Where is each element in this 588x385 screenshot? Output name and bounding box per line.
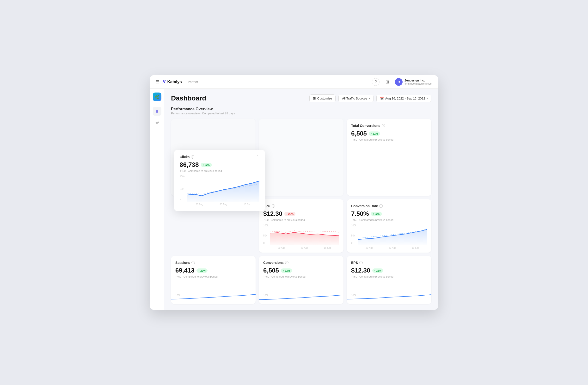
traffic-source-dropdown[interactable]: All Traffic Sources ▾: [338, 95, 374, 102]
conversions-value: 6,505 ↑ 22%: [263, 267, 339, 274]
clicks-metric-value: 86,738 ↑ 22%: [180, 161, 259, 169]
cr-chart: 100k 50k 0: [351, 224, 427, 248]
epc-value: $12.30 ↓ 22%: [263, 210, 339, 217]
card-title-row: Total Conversions i: [351, 124, 385, 128]
customize-label: Customize: [317, 97, 332, 100]
topbar: ☰ K Katalys Partner ? ⊞ R Zendesign Inc.…: [150, 75, 438, 89]
partner-label: Partner: [188, 80, 198, 84]
clicks-x-labels: 20 Aug 30 Aug 16 Sep: [187, 203, 259, 206]
svg-marker-0: [270, 232, 339, 245]
epc-x-label-1: 20 Aug: [278, 247, 285, 249]
epc-x-label-3: 16 Sep: [324, 247, 332, 249]
conversions-info-icon[interactable]: i: [285, 261, 289, 264]
clicks-chart-svg: [187, 175, 259, 202]
sidebar-item-dashboard[interactable]: ⊞: [153, 107, 161, 116]
cr-info-icon[interactable]: i: [379, 204, 383, 208]
conversions-compare: +450 · Compared to previous period: [263, 275, 339, 278]
clicks-x-label-2: 30 Aug: [220, 203, 227, 206]
card-header-epc: EPC i ⋮: [263, 204, 339, 208]
epc-y-top: 100k: [263, 224, 269, 227]
total-conversions-compare: +450 · Compared to previous period: [351, 138, 427, 141]
clicks-badge-arrow-icon: ↑: [203, 163, 204, 166]
logo: K Katalys: [162, 79, 182, 85]
card-menu-icon[interactable]: ⋮: [334, 124, 338, 129]
card-eps: EPS i ⋮ $12.30 ↑ 22% +450 · Compared to …: [347, 256, 431, 304]
sessions-badge-arrow-icon: ↑: [198, 269, 200, 272]
topbar-right: ? ⊞ R Zendesign Inc. john.doe@raedical.c…: [372, 78, 432, 86]
sidebar-logo-icon: 🌿: [155, 95, 160, 99]
epc-menu[interactable]: ⋮: [335, 204, 339, 208]
date-range-dropdown[interactable]: 📅 Aug 16, 2022 - Sep 16, 2022 ▾: [376, 95, 431, 102]
clicks-y-top: 100k: [180, 175, 185, 178]
card-conversions: Conversions i ⋮ 6,505 ↑ 22% +450 · Compa…: [259, 256, 343, 304]
conversions-chart-partial: [259, 292, 343, 304]
section-subtitle: Performance overview · Compared to last …: [171, 112, 431, 115]
sessions-value: 69,413 ↑ 22%: [175, 267, 251, 274]
sessions-title-row: Sessions i: [175, 261, 195, 265]
sessions-compare: +450 · Compared to previous period: [175, 275, 251, 278]
eps-title: EPS: [351, 261, 358, 265]
sessions-title: Sessions: [175, 261, 190, 265]
customize-button[interactable]: ⊞ Customize: [309, 94, 336, 102]
badge-arrow-up-icon: ↑: [371, 132, 372, 135]
card-total-conversions: Total Conversions i ⋮ 6,505 ↑ 22% +450 ·…: [347, 119, 431, 196]
section-header: Performance Overview Performance overvie…: [171, 107, 431, 115]
clicks-badge: ↑ 22%: [201, 163, 212, 167]
epc-x-label-2: 30 Aug: [301, 247, 308, 249]
epc-info-icon[interactable]: i: [272, 204, 275, 208]
eps-value: $12.30 ↑ 22%: [351, 267, 427, 274]
sessions-menu[interactable]: ⋮: [247, 260, 251, 265]
sidebar-item-compass[interactable]: ◎: [153, 118, 161, 126]
clicks-compare: +450 · Compared to previous period: [180, 170, 259, 172]
conversions-badge-arrow-icon: ↑: [283, 269, 284, 272]
total-conversions-title: Total Conversions: [351, 124, 380, 128]
user-name: Zendesign Inc.: [404, 79, 432, 82]
help-button[interactable]: ?: [372, 78, 379, 86]
customize-icon: ⊞: [313, 96, 316, 100]
card-header-sessions: Sessions i ⋮: [175, 260, 251, 265]
traffic-label: All Traffic Sources: [342, 97, 367, 100]
eps-badge: ↑ 22%: [372, 268, 384, 273]
card-clicks-floating: Clicks i ⋮ 86,738 ↑ 22% +450 · Compared …: [174, 150, 265, 211]
menu-icon[interactable]: ☰: [156, 79, 160, 85]
card-sessions: Sessions i ⋮ 69,413 ↑ 22% +450 · Compare…: [171, 256, 255, 304]
conversions-badge: ↑ 22%: [281, 268, 292, 273]
clicks-title: Clicks: [180, 155, 189, 159]
browser-window: ☰ K Katalys Partner ? ⊞ R Zendesign Inc.…: [150, 75, 438, 310]
cr-x-label-2: 30 Aug: [389, 247, 396, 249]
logo-k-icon: K: [162, 79, 166, 85]
clicks-x-label-3: 16 Sep: [244, 203, 251, 206]
sidebar-logo: 🌿: [153, 92, 161, 101]
epc-badge: ↓ 22%: [284, 212, 296, 216]
cr-y-top: 100k: [351, 224, 357, 227]
cr-menu[interactable]: ⋮: [423, 204, 427, 208]
sessions-info-icon[interactable]: i: [191, 261, 195, 264]
nav-divider: [185, 80, 185, 84]
page-title: Dashboard: [171, 94, 206, 102]
dashboard-icon: ⊞: [155, 109, 159, 114]
total-conversions-menu[interactable]: ⋮: [423, 123, 427, 128]
conversions-menu[interactable]: ⋮: [335, 260, 339, 265]
apps-grid-icon: ⊞: [385, 79, 389, 85]
card-epc: EPC i ⋮ $12.30 ↓ 22% -450 · Compared to …: [259, 199, 343, 253]
card-header-cr: Conversion Rate i ⋮: [351, 204, 427, 208]
cr-badge-arrow-icon: ↑: [373, 213, 374, 215]
apps-button[interactable]: ⊞: [383, 78, 391, 86]
epc-chart: 100k 50k 0: [263, 224, 339, 248]
total-conversions-value: 6,505 ↑ 22%: [351, 130, 427, 137]
epc-compare: -450 · Compared to previous period: [263, 218, 339, 221]
clicks-menu[interactable]: ⋮: [255, 154, 259, 159]
cr-x-label-3: 16 Sep: [412, 247, 420, 249]
clicks-y-mid: 50k: [180, 188, 184, 190]
user-details: Zendesign Inc. john.doe@raedical.com: [404, 79, 432, 85]
total-conversions-info-icon[interactable]: i: [382, 124, 385, 127]
epc-y-mid: 50k: [263, 234, 267, 237]
sidebar: 🌿 ⊞ ◎: [150, 89, 164, 310]
clicks-info-icon[interactable]: i: [191, 155, 194, 159]
eps-chart-partial: [347, 292, 431, 304]
help-icon: ?: [375, 80, 377, 84]
eps-menu[interactable]: ⋮: [423, 260, 427, 265]
clicks-x-label-1: 20 Aug: [195, 203, 203, 206]
eps-info-icon[interactable]: i: [359, 261, 363, 264]
eps-title-row: EPS i: [351, 261, 363, 265]
